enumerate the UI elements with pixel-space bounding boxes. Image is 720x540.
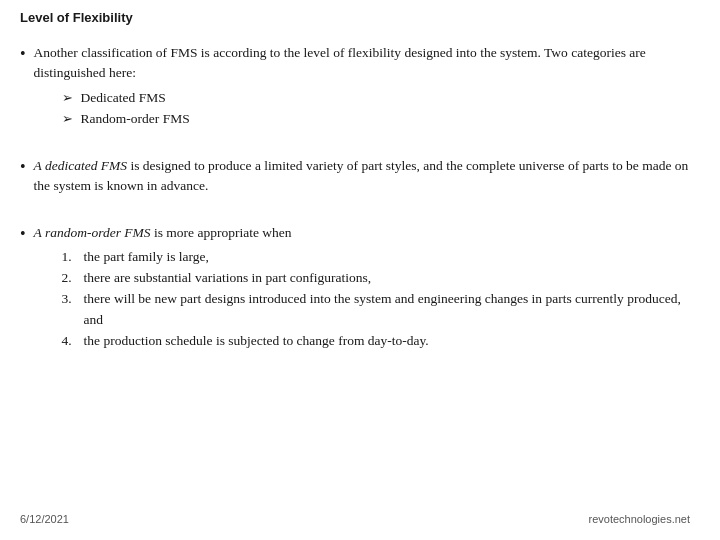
sub-item-text-2: Random-order FMS — [81, 109, 190, 129]
arrow-icon-2: ➢ — [62, 109, 73, 129]
bullet-item-1: • Another classification of FMS is accor… — [20, 43, 690, 130]
footer: 6/12/2021 revotechnologies.net — [20, 505, 690, 525]
after-em-text-2: is designed to produce a limited variety… — [34, 158, 689, 193]
numbered-text-4: the production schedule is subjected to … — [84, 331, 429, 351]
numbered-text-3: there will be new part designs introduce… — [84, 289, 690, 330]
numbered-item-3: 3. there will be new part designs introd… — [62, 289, 690, 330]
bullet-text-2: A dedicated FMS is designed to produce a… — [34, 156, 690, 197]
numbered-text-2: there are substantial variations in part… — [84, 268, 372, 288]
sub-list-item-1: ➢ Dedicated FMS — [62, 88, 690, 108]
bullet-text-3: A random-order FMS is more appropriate w… — [34, 223, 690, 353]
num-1: 1. — [62, 247, 78, 267]
after-em-text-3: is more appropriate when — [151, 225, 292, 240]
section-2: • A dedicated FMS is designed to produce… — [20, 156, 690, 201]
page-container: Level of Flexibility • Another classific… — [0, 0, 720, 540]
em-text-3: A random-order FMS — [34, 225, 151, 240]
numbered-item-4: 4. the production schedule is subjected … — [62, 331, 690, 351]
arrow-icon-1: ➢ — [62, 88, 73, 108]
num-3: 3. — [62, 289, 78, 309]
bullet-item-3: • A random-order FMS is more appropriate… — [20, 223, 690, 353]
numbered-list-3: 1. the part family is large, 2. there ar… — [62, 247, 690, 351]
sub-item-text-1: Dedicated FMS — [81, 88, 166, 108]
section-3: • A random-order FMS is more appropriate… — [20, 223, 690, 357]
footer-website: revotechnologies.net — [588, 513, 690, 525]
page-title: Level of Flexibility — [20, 10, 690, 25]
content-area: • Another classification of FMS is accor… — [20, 43, 690, 505]
sub-list-item-2: ➢ Random-order FMS — [62, 109, 690, 129]
footer-date: 6/12/2021 — [20, 513, 69, 525]
bullet-dot-3: • — [20, 223, 26, 245]
numbered-item-1: 1. the part family is large, — [62, 247, 690, 267]
numbered-item-2: 2. there are substantial variations in p… — [62, 268, 690, 288]
num-2: 2. — [62, 268, 78, 288]
bullet-dot-2: • — [20, 156, 26, 178]
bullet-text-1: Another classification of FMS is accordi… — [34, 43, 690, 130]
section-1: • Another classification of FMS is accor… — [20, 43, 690, 134]
numbered-text-1: the part family is large, — [84, 247, 209, 267]
em-text-2: A dedicated FMS — [34, 158, 127, 173]
bullet-dot-1: • — [20, 43, 26, 65]
bullet-item-2: • A dedicated FMS is designed to produce… — [20, 156, 690, 197]
sub-list-1: ➢ Dedicated FMS ➢ Random-order FMS — [62, 88, 690, 130]
num-4: 4. — [62, 331, 78, 351]
